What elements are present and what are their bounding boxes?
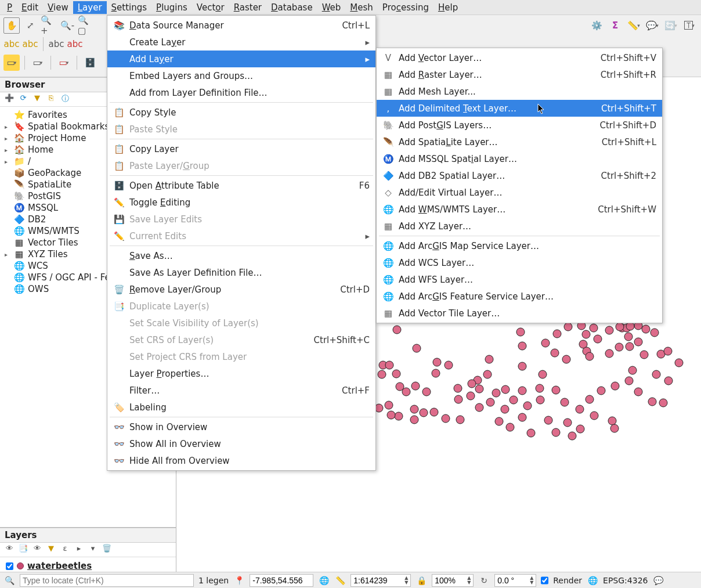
label-pin-icon[interactable]: abc bbox=[48, 36, 64, 52]
layer-menu-item[interactable]: 📋Copy Layer bbox=[107, 140, 375, 157]
menu-web[interactable]: Web bbox=[317, 1, 346, 14]
menu-view[interactable]: View bbox=[43, 1, 73, 14]
crs-icon[interactable]: 🌐 bbox=[587, 576, 598, 585]
zoom-out-icon[interactable]: 🔍- bbox=[59, 17, 75, 34]
menu-settings[interactable]: Settings bbox=[107, 1, 152, 14]
layer-menu-item[interactable]: 🗑️Remove Layer/GroupCtrl+D bbox=[107, 281, 375, 298]
menu-vector[interactable]: Vector bbox=[192, 1, 229, 14]
zoom-in-icon[interactable]: 🔍+ bbox=[41, 17, 57, 34]
select-by-expr-icon[interactable]: ▭ bbox=[56, 55, 72, 71]
layer-menu-item[interactable]: Layer Properties… bbox=[107, 365, 375, 382]
filter-browser-icon[interactable]: ▼ bbox=[31, 93, 43, 105]
add-layer-menu-item[interactable]: 🐘Add PostGIS Layers…Ctrl+Shift+D bbox=[377, 117, 662, 134]
magnifier-lock-icon[interactable]: 🔒 bbox=[415, 576, 427, 585]
pan-icon[interactable]: ✋ bbox=[3, 17, 20, 34]
annotation-icon[interactable]: 🅃 bbox=[681, 17, 698, 34]
label-diagram-icon[interactable]: abc bbox=[22, 36, 38, 52]
add-layer-menu-item[interactable]: 🌐Add ArcGIS Map Service Layer… bbox=[377, 237, 662, 254]
svg-point-31 bbox=[562, 355, 570, 363]
layer-menu-item[interactable]: 👓Hide All from Overview bbox=[107, 452, 375, 469]
svg-point-24 bbox=[615, 343, 623, 351]
deselect-icon[interactable]: ▭ bbox=[30, 55, 46, 71]
collapse-all-icon[interactable]: ▾ bbox=[87, 544, 99, 555]
layer-menu-item[interactable]: Create Layer bbox=[107, 34, 375, 50]
add-group-icon[interactable]: 📑 bbox=[17, 544, 29, 555]
select-features-icon[interactable]: ▭ bbox=[3, 55, 20, 71]
coordinate-input[interactable] bbox=[250, 574, 313, 587]
manage-themes-icon[interactable]: 👁 bbox=[31, 544, 43, 555]
layer-menu-item[interactable]: Save As… bbox=[107, 247, 375, 264]
toolbox-icon[interactable]: ⚙️ bbox=[588, 17, 605, 34]
scale-lock-icon[interactable]: 🌐 bbox=[318, 576, 330, 585]
svg-point-88 bbox=[387, 411, 395, 419]
add-layer-menu-item[interactable]: 🌐Add ArcGIS Feature Service Layer… bbox=[377, 288, 662, 305]
properties-icon[interactable]: ⓘ bbox=[59, 93, 71, 105]
add-layer-menu-item[interactable]: ▦Add Raster Layer…Ctrl+Shift+R bbox=[377, 66, 662, 83]
scale-selector[interactable]: ▲▼ bbox=[351, 574, 411, 587]
menu-layer[interactable]: Layer bbox=[73, 1, 107, 14]
messages-icon[interactable]: 💬 bbox=[652, 576, 664, 585]
svg-point-12 bbox=[485, 355, 493, 363]
expand-all-icon[interactable]: ▸ bbox=[73, 544, 85, 555]
layer-menu-item[interactable]: ✏️Toggle Editing bbox=[107, 194, 375, 211]
layer-menu-item[interactable]: Filter…Ctrl+F bbox=[107, 382, 375, 399]
style-manager-icon[interactable]: 👁 bbox=[3, 544, 15, 555]
menu-raster[interactable]: Raster bbox=[229, 1, 266, 14]
sigma-icon[interactable]: Σ bbox=[607, 17, 623, 34]
label-hide-icon[interactable]: abc bbox=[67, 36, 83, 52]
render-checkbox[interactable] bbox=[541, 574, 548, 587]
layer-menu-item[interactable]: Embed Layers and Groups… bbox=[107, 67, 375, 84]
layer-visibility-checkbox[interactable] bbox=[6, 562, 13, 570]
layer-menu-item[interactable]: 📋Copy Style bbox=[107, 104, 375, 121]
menu-processing[interactable]: Processing bbox=[378, 1, 433, 14]
menu-database[interactable]: Database bbox=[266, 1, 317, 14]
add-layer-menu-item[interactable]: 🌐Add WCS Layer… bbox=[377, 254, 662, 271]
filter-legend-icon[interactable]: ▼ bbox=[45, 544, 57, 555]
add-layer-menu-item[interactable]: ▦Add Vector Tile Layer… bbox=[377, 305, 662, 322]
locator-input[interactable] bbox=[20, 574, 194, 587]
refresh-icon[interactable]: 🔄 bbox=[663, 17, 679, 34]
svg-point-19 bbox=[590, 324, 598, 332]
crs-label[interactable]: EPSG:4326 bbox=[603, 576, 648, 585]
layer-menu-item: 📋Paste Style bbox=[107, 121, 375, 138]
add-layer-menu-item[interactable]: 🔷Add DB2 Spatial Layer…Ctrl+Shift+2 bbox=[377, 167, 662, 184]
svg-point-0 bbox=[393, 326, 401, 334]
layer-menu-item[interactable]: 🏷️Labeling bbox=[107, 399, 375, 416]
layer-menu-item[interactable]: 👓Show in Overview bbox=[107, 419, 375, 435]
svg-point-9 bbox=[433, 358, 441, 366]
menu-project[interactable]: P bbox=[2, 1, 17, 14]
add-layer-menu-item[interactable]: ,Add Delimited Text Layer…Ctrl+Shift+T bbox=[377, 100, 662, 117]
layer-menu-item[interactable]: Add from Layer Definition File… bbox=[107, 84, 375, 101]
layer-menu-item[interactable]: 👓Show All in Overview bbox=[107, 435, 375, 452]
menu-plugins[interactable]: Plugins bbox=[151, 1, 192, 14]
open-table-icon[interactable]: 🗄️ bbox=[82, 55, 98, 71]
add-layer-menu-item[interactable]: 🪶Add SpatiaLite Layer…Ctrl+Shift+L bbox=[377, 134, 662, 150]
layer-menu-item[interactable]: 🗄️Open Attribute TableF6 bbox=[107, 177, 375, 194]
add-layer-menu-item[interactable]: 🌐Add WMS/WMTS Layer…Ctrl+Shift+W bbox=[377, 201, 662, 218]
expr-filter-icon[interactable]: ε bbox=[59, 544, 71, 555]
refresh-browser-icon[interactable]: ⟳ bbox=[17, 93, 29, 105]
add-layer-menu-item[interactable]: ▦Add XYZ Layer… bbox=[377, 218, 662, 235]
rotation-input[interactable]: ▲▼ bbox=[494, 574, 536, 587]
menu-edit[interactable]: Edit bbox=[17, 1, 43, 14]
layer-menu-item[interactable]: 📚Data Source ManagerCtrl+L bbox=[107, 17, 375, 34]
magnifier-input[interactable]: ▲▼ bbox=[432, 574, 474, 587]
add-layer-menu-item[interactable]: ▦Add Mesh Layer... bbox=[377, 83, 662, 100]
add-layer-menu-item[interactable]: ◇Add/Edit Virtual Layer… bbox=[377, 184, 662, 201]
zoom-full-icon[interactable]: 🔍▢ bbox=[78, 17, 94, 34]
menu-help[interactable]: Help bbox=[433, 1, 462, 14]
add-layer-menu-item[interactable]: VAdd Vector Layer…Ctrl+Shift+V bbox=[377, 49, 662, 66]
layer-row[interactable]: waterbeetles bbox=[6, 561, 170, 571]
layer-menu-item[interactable]: Save As Layer Definition File… bbox=[107, 264, 375, 281]
add-layer-menu-item[interactable]: 🌐Add WFS Layer… bbox=[377, 271, 662, 288]
collapse-icon[interactable]: ⎘ bbox=[45, 93, 57, 105]
pan-to-selection-icon[interactable]: ⤢ bbox=[22, 17, 38, 34]
add-layer-menu-item[interactable]: Ⓜ️Add MSSQL Spatial Layer… bbox=[377, 150, 662, 167]
label-icon[interactable]: abc bbox=[3, 36, 20, 52]
add-layer-icon[interactable]: ➕ bbox=[3, 93, 15, 105]
map-tips-icon[interactable]: 💬 bbox=[644, 17, 660, 34]
menu-mesh[interactable]: Mesh bbox=[345, 1, 378, 14]
remove-layer-icon[interactable]: 🗑️ bbox=[101, 544, 113, 555]
measure-icon[interactable]: 📏 bbox=[626, 17, 642, 34]
layer-menu-item[interactable]: Add Layer bbox=[107, 50, 375, 67]
